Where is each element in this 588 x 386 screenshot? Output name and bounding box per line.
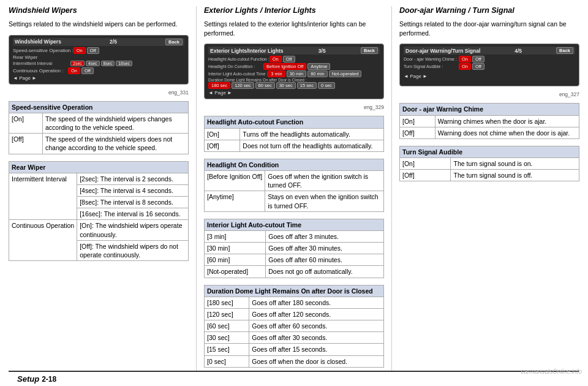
col2-0sec-key: [0 sec] bbox=[205, 355, 249, 367]
col2-interior-table: Interior Light Auto-cutout Time [3 min] … bbox=[204, 219, 384, 278]
col1-speed-on[interactable]: On bbox=[74, 47, 86, 54]
col1-continuous-on[interactable]: On bbox=[68, 67, 80, 74]
col3-turnsignal-on[interactable]: On bbox=[459, 63, 471, 70]
col3-turnsignal-off[interactable]: Off bbox=[472, 63, 484, 70]
col1-interval-2sec[interactable]: 2sec bbox=[70, 61, 85, 66]
footer-page-num: 2-18 bbox=[42, 375, 56, 384]
col2-desc: Settings related to the exterior lights/… bbox=[204, 20, 384, 37]
col2-interior-30min[interactable]: 30 min bbox=[287, 70, 307, 77]
col3-turnsignal-on-key: [On] bbox=[400, 158, 451, 170]
col2-interior-3min[interactable]: 3 min bbox=[268, 70, 285, 77]
col1-page-nav[interactable]: ◄ Page ► bbox=[13, 75, 184, 81]
col2-autocutout-header: Headlight Auto-cutout Function bbox=[205, 116, 384, 128]
col1-speed-off[interactable]: Off bbox=[87, 47, 99, 54]
table-row: [120 sec] Goes off after 120 seconds. bbox=[205, 308, 384, 320]
col3-turnsignal-header: Turn Signal Audible bbox=[400, 146, 579, 157]
col3-back-btn[interactable]: Back bbox=[556, 47, 573, 54]
col2-autocutout-off-key: [Off] bbox=[205, 140, 240, 151]
col3-doorajar-on[interactable]: On bbox=[459, 56, 471, 62]
col2-page-nav-label[interactable]: ◄ Page ► bbox=[208, 90, 232, 96]
table-row: [60 sec] Goes off after 60 seconds. bbox=[205, 320, 384, 332]
col3-doorajar-table-el: Door - ajar Warning Chime [On] Warning c… bbox=[399, 103, 579, 139]
col3-doorajar-off[interactable]: Off bbox=[472, 56, 484, 62]
col1-continuous-on-val: [On]: The windshield wipers operate cont… bbox=[77, 220, 189, 240]
col1-continuous-key: Continuous Operation bbox=[9, 220, 77, 261]
col2-autocutout-off[interactable]: Off bbox=[283, 56, 295, 62]
col3-doorajar-on-key: [On] bbox=[400, 115, 435, 127]
col2-screen: Exterior Lights/Interior Lights 3/5 Back… bbox=[204, 44, 384, 99]
col3-doorajar-table: Door - ajar Warning Chime [On] Warning c… bbox=[399, 103, 579, 139]
page-footer: Setup 2-18 bbox=[9, 371, 579, 386]
col2-cond-anytime-val: Stays on even when the ignition switch i… bbox=[265, 191, 384, 211]
table-row: [0 sec] Goes off when the door is closed… bbox=[205, 355, 384, 367]
table-row: [15 sec] Goes off after 15 seconds. bbox=[205, 344, 384, 355]
col3-screen: Door-ajar Warning/Turn Signal 4/5 Back D… bbox=[399, 44, 579, 86]
col2-autocutout-on[interactable]: On bbox=[270, 56, 282, 62]
col1-rear-label: Rear Wiper bbox=[13, 55, 68, 60]
col2-autocutout-off-val: Does not turn off the headlights automat… bbox=[240, 140, 384, 151]
table-row: [Not-operated] Does not go off automatic… bbox=[205, 266, 384, 278]
col1-desc: Settings related to the windshield wiper… bbox=[9, 20, 189, 29]
footer-setup-label: Setup bbox=[17, 374, 39, 384]
table-row: [On] The turn signal sound is on. bbox=[400, 158, 579, 170]
col2-cond-anytime[interactable]: Anytime bbox=[307, 63, 330, 70]
col2-180sec-val: Goes off after 180 seconds. bbox=[249, 297, 384, 308]
col1-continuous-off[interactable]: Off bbox=[81, 67, 94, 74]
table-row: [60 min] Goes off after 60 minutes. bbox=[205, 254, 384, 266]
col3-page-nav[interactable]: ◄ Page ► bbox=[404, 74, 575, 79]
col1-interval-label: Intermittent Interval bbox=[13, 61, 68, 66]
col2-headlight-cond-row: Headlight On Condition : Before Ignition… bbox=[208, 63, 380, 70]
col1-speed-off-key: [Off] bbox=[9, 134, 43, 154]
col2-duration-table: Duration Dome Light Remains On after Doo… bbox=[204, 285, 384, 368]
col1-speed-table: Speed-sensitive Operation [On] The speed… bbox=[9, 101, 189, 154]
col-door-ajar: Door-ajar Warning / Turn Signal Settings… bbox=[399, 6, 579, 371]
col2-3min-key: [3 min] bbox=[205, 230, 266, 242]
table-row: [Off] Warning does not chime when the do… bbox=[400, 127, 579, 138]
col2-duration-btns: 180 sec 120 sec 60 sec 30 sec 15 sec 0 s… bbox=[208, 82, 335, 89]
col2-cond-btns: Before Ignition Off Anytime bbox=[263, 63, 330, 70]
col2-cond-table-el: Headlight On Condition [Before Ignition … bbox=[204, 159, 384, 212]
col1-rear-header: Rear Wiper bbox=[9, 161, 189, 173]
col-exterior-lights: Exterior Lights / Interior Lights Settin… bbox=[204, 6, 384, 371]
col3-doorajar-row: Door - ajar Warning Chime : On Off bbox=[404, 56, 575, 62]
col2-eng-caption: eng_329 bbox=[204, 104, 384, 110]
col2-dur-60[interactable]: 60 sec bbox=[255, 82, 275, 89]
col1-back-btn[interactable]: Back bbox=[165, 39, 183, 45]
col2-dur-15[interactable]: 15 sec bbox=[297, 82, 317, 89]
col1-interval-4sec[interactable]: 4sec bbox=[86, 61, 100, 66]
col2-interior-notop[interactable]: Not-operated bbox=[329, 70, 362, 77]
col2-interior-60min[interactable]: 60 min bbox=[307, 70, 328, 77]
col1-page-nav-label[interactable]: ◄ Page ► bbox=[13, 75, 37, 81]
col2-cond-table: Headlight On Condition [Before Ignition … bbox=[204, 159, 384, 212]
col2-back-btn[interactable]: Back bbox=[361, 47, 378, 54]
col3-title: Door-ajar Warning / Turn Signal bbox=[399, 6, 579, 15]
col1-title: Windshield Wipers bbox=[9, 6, 189, 15]
table-row: [On] The speed of the windshield wipers … bbox=[9, 113, 189, 133]
table-row: [Off] The turn signal sound is off. bbox=[400, 170, 579, 181]
col1-interval-16sec[interactable]: 16sec bbox=[116, 61, 132, 66]
col1-interval-2s: [2sec]: The interval is 2 seconds. bbox=[77, 173, 189, 184]
col3-turnsignal-table: Turn Signal Audible [On] The turn signal… bbox=[399, 146, 579, 182]
col2-autocutout-table: Headlight Auto-cutout Function [On] Turn… bbox=[204, 116, 384, 152]
col3-page-nav-label[interactable]: ◄ Page ► bbox=[404, 74, 428, 79]
col2-15sec-val: Goes off after 15 seconds. bbox=[249, 344, 384, 355]
col2-dur-0[interactable]: 0 sec bbox=[318, 82, 335, 89]
col2-page-nav[interactable]: ◄ Page ► bbox=[208, 90, 380, 96]
col3-turnsignal-off-key: [Off] bbox=[400, 170, 451, 181]
col3-turnsignal-label: Turn Signal Audible : bbox=[404, 64, 459, 69]
col2-60min-val: Goes off after 60 minutes. bbox=[266, 254, 384, 266]
col2-15sec-key: [15 sec] bbox=[205, 344, 249, 355]
col1-rear-table-el: Rear Wiper Intermittent Interval [2sec]:… bbox=[9, 161, 189, 262]
col3-desc: Settings related to the door-ajar warnin… bbox=[399, 20, 579, 37]
col2-dur-180[interactable]: 180 sec bbox=[208, 82, 230, 89]
col2-cond-before[interactable]: Before Ignition Off bbox=[263, 63, 306, 70]
col2-dur-30[interactable]: 30 sec bbox=[276, 82, 296, 89]
col2-30sec-key: [30 sec] bbox=[205, 332, 249, 344]
col1-interval-8sec[interactable]: 8sec bbox=[101, 61, 115, 66]
col2-cond-before-key: [Before Ignition Off] bbox=[205, 171, 265, 191]
col2-dur-120[interactable]: 120 sec bbox=[232, 82, 254, 89]
col2-title: Exterior Lights / Interior Lights bbox=[204, 6, 384, 15]
table-row: Intermittent Interval [2sec]: The interv… bbox=[9, 173, 189, 184]
table-row: [3 min] Goes off after 3 minutes. bbox=[205, 230, 384, 242]
col2-notop-val: Does not go off automatically. bbox=[266, 266, 384, 278]
